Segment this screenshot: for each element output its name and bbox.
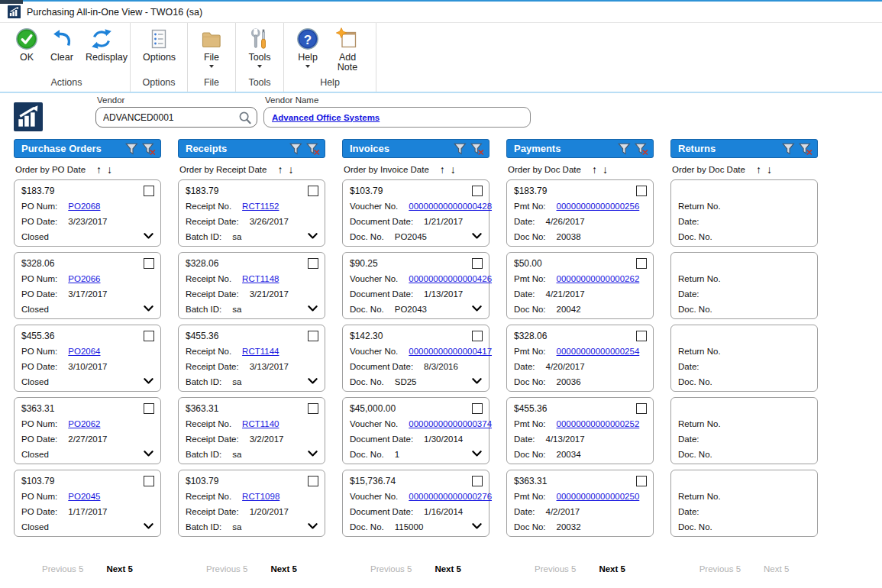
document-link[interactable]: 00000000000000254 xyxy=(557,347,640,356)
next-page-link[interactable]: Next 5 xyxy=(435,564,461,573)
filter-clear-icon[interactable] xyxy=(142,143,156,155)
chevron-down-icon[interactable] xyxy=(144,305,153,312)
sort-asc-icon[interactable]: ↑ xyxy=(756,165,761,174)
document-link[interactable]: 00000000000000276 xyxy=(409,492,492,501)
chevron-down-icon[interactable] xyxy=(308,523,318,529)
select-checkbox[interactable] xyxy=(636,331,647,341)
field-label: Receipt Date: xyxy=(186,217,239,226)
document-link[interactable]: PO2068 xyxy=(68,202,100,211)
select-checkbox[interactable] xyxy=(308,331,318,341)
sort-desc-icon[interactable]: ↓ xyxy=(288,165,293,174)
select-checkbox[interactable] xyxy=(472,331,483,341)
chevron-down-icon[interactable] xyxy=(472,305,482,312)
document-card: $15,736.74 Voucher No.00000000000000276 … xyxy=(342,470,489,537)
document-link[interactable]: RCT1148 xyxy=(242,274,279,283)
filter-clear-icon[interactable] xyxy=(635,143,648,155)
vendor-name-link[interactable]: Advanced Office Systems xyxy=(272,113,380,122)
chevron-down-icon[interactable] xyxy=(308,451,318,457)
chevron-down-icon[interactable] xyxy=(472,523,482,529)
chevron-down-icon[interactable] xyxy=(144,233,153,239)
document-link[interactable]: PO2062 xyxy=(68,419,100,428)
sort-desc-icon[interactable]: ↓ xyxy=(767,165,772,174)
select-checkbox[interactable] xyxy=(144,186,154,196)
filter-icon[interactable] xyxy=(125,143,138,155)
select-checkbox[interactable] xyxy=(636,403,647,414)
document-link[interactable]: PO2064 xyxy=(68,347,100,356)
select-checkbox[interactable] xyxy=(636,258,647,269)
document-link[interactable]: RCT1144 xyxy=(242,347,279,356)
sort-asc-icon[interactable]: ↑ xyxy=(440,165,445,174)
redisplay-button[interactable]: Redisplay xyxy=(79,24,124,63)
select-checkbox[interactable] xyxy=(308,186,318,196)
select-checkbox[interactable] xyxy=(308,476,318,486)
file-button[interactable]: File xyxy=(194,24,229,68)
filter-icon[interactable] xyxy=(618,143,631,155)
document-link[interactable]: 00000000000000252 xyxy=(557,419,640,428)
options-button[interactable]: Options xyxy=(137,24,181,63)
select-checkbox[interactable] xyxy=(636,476,647,486)
chevron-down-icon[interactable] xyxy=(144,523,153,529)
select-checkbox[interactable] xyxy=(144,331,154,341)
sort-asc-icon[interactable]: ↑ xyxy=(96,165,102,174)
next-page-link[interactable]: Next 5 xyxy=(106,564,133,573)
select-checkbox[interactable] xyxy=(472,258,483,269)
document-link[interactable]: 00000000000000250 xyxy=(557,492,640,501)
field-label: Return No. xyxy=(678,419,721,428)
document-link[interactable]: RCT1098 xyxy=(242,492,279,501)
document-link[interactable]: 00000000000000426 xyxy=(409,274,492,283)
tools-button[interactable]: Tools xyxy=(242,24,277,68)
select-checkbox[interactable] xyxy=(472,186,483,196)
help-button[interactable]: ? Help xyxy=(290,24,325,68)
button-label: Redisplay xyxy=(86,53,118,63)
field-label: Doc. No. xyxy=(350,522,384,531)
card-amount: $455.36 xyxy=(186,331,318,341)
chevron-down-icon[interactable] xyxy=(308,305,318,312)
ok-button[interactable]: OK xyxy=(9,24,44,63)
filter-icon[interactable] xyxy=(454,143,467,155)
document-link[interactable]: PO2045 xyxy=(68,492,100,501)
document-link[interactable]: 00000000000000262 xyxy=(557,274,640,283)
filter-clear-icon[interactable] xyxy=(306,143,320,155)
chevron-down-icon[interactable] xyxy=(144,451,153,457)
clear-button[interactable]: Clear xyxy=(44,24,79,63)
select-checkbox[interactable] xyxy=(472,476,483,486)
chevron-down-icon[interactable] xyxy=(472,378,482,384)
select-checkbox[interactable] xyxy=(144,476,154,486)
vendor-input[interactable] xyxy=(96,112,237,123)
filter-clear-icon[interactable] xyxy=(799,143,813,155)
sort-asc-icon[interactable]: ↑ xyxy=(277,165,283,174)
select-checkbox[interactable] xyxy=(308,403,318,414)
select-checkbox[interactable] xyxy=(472,403,483,414)
filter-icon[interactable] xyxy=(782,143,795,155)
background-window-fragment xyxy=(0,0,23,4)
filter-clear-icon[interactable] xyxy=(470,143,484,155)
next-page-link[interactable]: Next 5 xyxy=(270,564,297,573)
document-link[interactable]: PO2066 xyxy=(68,274,100,283)
sort-desc-icon[interactable]: ↓ xyxy=(451,165,456,174)
sort-desc-icon[interactable]: ↓ xyxy=(603,165,608,174)
chevron-down-icon[interactable] xyxy=(472,451,482,457)
document-link[interactable]: 00000000000000374 xyxy=(409,419,492,428)
next-page-link[interactable]: Next 5 xyxy=(599,564,625,573)
chevron-down-icon[interactable] xyxy=(144,378,153,384)
field-value: 3/26/2017 xyxy=(250,217,289,226)
search-icon[interactable] xyxy=(237,110,254,125)
document-link[interactable]: 00000000000000428 xyxy=(409,202,492,211)
filter-icon[interactable] xyxy=(289,143,302,155)
select-checkbox[interactable] xyxy=(308,258,318,269)
sort-asc-icon[interactable]: ↑ xyxy=(592,165,597,174)
select-checkbox[interactable] xyxy=(636,186,647,196)
add-note-button[interactable]: Add Note xyxy=(325,24,370,73)
chevron-down-icon[interactable] xyxy=(472,233,482,239)
document-link[interactable]: 00000000000000256 xyxy=(557,202,640,211)
select-checkbox[interactable] xyxy=(144,403,154,414)
chevron-down-icon[interactable] xyxy=(308,233,318,239)
field-label: Date: xyxy=(514,435,535,444)
document-card: $90.25 Voucher No.00000000000000426 Docu… xyxy=(342,252,489,319)
chevron-down-icon[interactable] xyxy=(308,378,318,384)
document-link[interactable]: RCT1140 xyxy=(242,419,279,428)
document-link[interactable]: RCT1152 xyxy=(242,202,279,211)
document-link[interactable]: 00000000000000417 xyxy=(409,347,492,356)
select-checkbox[interactable] xyxy=(144,258,154,269)
sort-desc-icon[interactable]: ↓ xyxy=(107,165,112,174)
